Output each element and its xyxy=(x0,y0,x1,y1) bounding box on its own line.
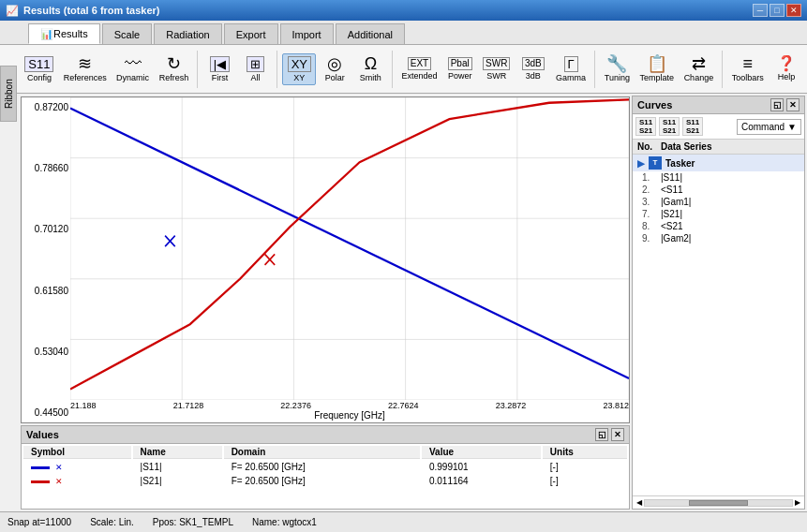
status-ppos: Ppos: SK1_TEMPL xyxy=(153,517,233,527)
col-ds-header: Data Series xyxy=(661,141,800,152)
row1-value: 0.999101 xyxy=(422,461,541,473)
scrollbar-track[interactable] xyxy=(644,499,793,507)
scroll-left-arrow[interactable]: ◀ xyxy=(635,498,644,507)
curves-close-button[interactable]: ✕ xyxy=(786,98,800,111)
command-dropdown[interactable]: Command ▼ xyxy=(737,119,801,135)
values-close-button[interactable]: ✕ xyxy=(611,428,624,441)
list-item[interactable]: 8. <S21 xyxy=(633,220,804,232)
polar-button[interactable]: ◎ Polar xyxy=(318,52,351,85)
y-min: 0.44500 xyxy=(23,407,68,418)
gamma-button[interactable]: Γ Gamma xyxy=(552,53,590,85)
tasker-name: Tasker xyxy=(665,158,695,169)
separator-2 xyxy=(276,51,277,88)
refresh-label: Refresh xyxy=(159,73,189,82)
tasker-row: ▶ T Tasker xyxy=(633,155,804,171)
minimize-button[interactable]: ─ xyxy=(753,4,768,17)
tab-additional-label: Additional xyxy=(348,29,393,40)
extended-label: Extended xyxy=(402,71,438,81)
scrollbar-thumb[interactable] xyxy=(689,500,748,506)
curves-s11-1-button[interactable]: S11S21 xyxy=(635,117,656,136)
smith-button[interactable]: Ω Smith xyxy=(353,52,387,85)
col-value: Value xyxy=(422,446,541,459)
close-button[interactable]: ✕ xyxy=(786,4,801,17)
3db-button[interactable]: 3dB 3dB xyxy=(516,54,550,83)
tab-scale[interactable]: Scale xyxy=(102,23,153,44)
list-item[interactable]: 2. <S11 xyxy=(633,184,804,196)
row1-domain: F= 20.6500 [GHz] xyxy=(224,461,420,473)
maximize-button[interactable]: □ xyxy=(770,4,785,17)
curves-s11-3-button[interactable]: S11S21 xyxy=(682,117,703,136)
row2-value: 0.011164 xyxy=(422,475,541,487)
toolbar: S11 Config ≋ References 〰 Dynamic ↻ Refr… xyxy=(0,45,807,94)
x-axis-label: Frequency [GHz] xyxy=(70,410,629,422)
scroll-right-arrow[interactable]: ▶ xyxy=(793,498,802,507)
app-icon: 📈 xyxy=(6,5,19,17)
tab-export-label: Export xyxy=(236,29,266,40)
row1-name: |S11| xyxy=(133,461,222,473)
swr-label: SWR xyxy=(486,71,506,81)
values-restore-button[interactable]: ◱ xyxy=(595,428,608,441)
refresh-button[interactable]: ↻ Refresh xyxy=(155,52,192,85)
values-table: Symbol Name Domain Value Units xyxy=(22,444,629,489)
tab-radiation-label: Radiation xyxy=(166,29,209,40)
curves-header-btns: ◱ ✕ xyxy=(770,98,800,111)
tuning-icon: 🔧 xyxy=(606,55,627,72)
change-button[interactable]: ⇄ Change xyxy=(680,52,717,85)
swr-icon: SWR xyxy=(483,57,510,70)
tab-additional[interactable]: Additional xyxy=(336,23,405,44)
template-button[interactable]: 📋 Template xyxy=(635,52,678,85)
status-bar: Snap at=11000 Scale: Lin. Ppos: SK1_TEMP… xyxy=(0,511,807,532)
x-v1: 21.7128 xyxy=(173,401,204,410)
swr-button[interactable]: SWR SWR xyxy=(479,54,515,83)
config-button[interactable]: S11 Config xyxy=(21,53,58,85)
xy-button[interactable]: XY XY xyxy=(282,53,316,85)
x-v3: 22.7624 xyxy=(388,401,419,410)
table-row: ✕ |S11| F= 20.6500 [GHz] 0.999101 [-] xyxy=(23,461,627,473)
list-item[interactable]: 7. |S21| xyxy=(633,208,804,220)
tab-results-label: Results xyxy=(53,28,88,39)
extended-icon: EXT xyxy=(408,57,431,70)
dynamic-button[interactable]: 〰 Dynamic xyxy=(112,52,154,85)
power-label: Power xyxy=(448,71,472,81)
tab-results[interactable]: 📊 Results xyxy=(28,23,100,44)
tab-import[interactable]: Import xyxy=(280,23,334,44)
toolbars-button[interactable]: ≡ Toolbars xyxy=(727,52,768,85)
chart-values-column: 0.87200 0.78660 0.70120 0.61580 0.53040 … xyxy=(0,94,632,511)
x-axis: 21.188 21.7128 22.2376 22.7624 23.2872 2… xyxy=(70,400,629,410)
window-title: Results (total 6 from tasker) xyxy=(23,5,159,16)
curve-no-5: 8. xyxy=(642,221,661,231)
list-item[interactable]: 3. |Gam1| xyxy=(633,196,804,208)
help-button[interactable]: ❓ Help xyxy=(770,53,803,84)
values-panel: Values ◱ ✕ Symbol Name Domain Va xyxy=(21,425,630,510)
curves-s11-2-button[interactable]: S11S21 xyxy=(659,117,680,136)
references-label: References xyxy=(64,73,107,82)
curve-no-1: 1. xyxy=(642,172,661,183)
command-label: Command xyxy=(741,122,785,132)
chart-area[interactable]: 0.87200 0.78660 0.70120 0.61580 0.53040 … xyxy=(21,96,630,423)
x-v4: 23.2872 xyxy=(496,401,527,410)
values-title: Values xyxy=(26,429,59,440)
smith-icon: Ω xyxy=(365,55,377,72)
row1-units: [-] xyxy=(543,461,627,473)
toolbars-label: Toolbars xyxy=(732,73,764,82)
first-icon: |◀ xyxy=(210,56,230,72)
list-item[interactable]: 1. |S11| xyxy=(633,171,804,184)
separator-3 xyxy=(392,51,393,88)
power-icon: Pbal xyxy=(448,57,472,70)
list-item[interactable]: 9. |Gam2| xyxy=(633,232,804,244)
curves-scrollbar[interactable]: ◀ ▶ xyxy=(633,495,804,509)
tasker-label: T xyxy=(649,156,662,170)
first-button[interactable]: |◀ First xyxy=(202,53,236,85)
power-button[interactable]: Pbal Power xyxy=(443,54,477,83)
tab-radiation[interactable]: Radiation xyxy=(154,23,221,44)
extended-button[interactable]: EXT Extended xyxy=(397,54,441,83)
references-button[interactable]: ≋ References xyxy=(60,52,111,85)
gamma-icon: Γ xyxy=(564,56,578,72)
tab-export[interactable]: Export xyxy=(224,23,278,44)
all-button[interactable]: ⊞ All xyxy=(238,53,272,85)
curve-no-2: 2. xyxy=(642,185,661,195)
tuning-button[interactable]: 🔧 Tuning xyxy=(600,52,634,85)
curves-restore-button[interactable]: ◱ xyxy=(770,98,784,111)
title-bar-left: 📈 Results (total 6 from tasker) xyxy=(6,5,159,17)
tab-scale-label: Scale xyxy=(114,29,141,40)
